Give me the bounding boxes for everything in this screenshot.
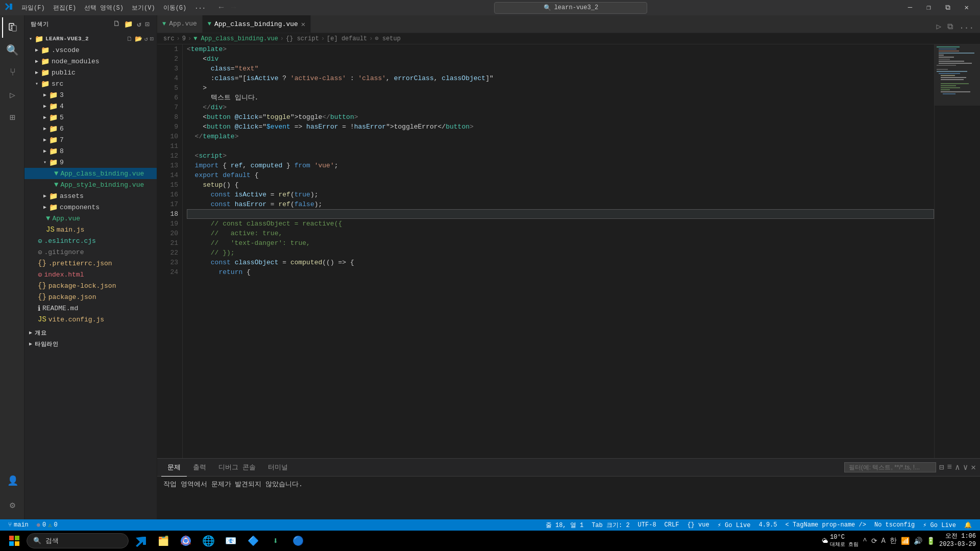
taskbar-clock[interactable]: 오전 1:06 2023-03-29: [939, 533, 976, 548]
menu-selection[interactable]: 선택 영역(S): [80, 4, 128, 12]
tree-item-components[interactable]: ▶ 📁 components: [24, 202, 157, 213]
panel-move-down-button[interactable]: ∨: [963, 462, 968, 472]
taskbar-mail-icon[interactable]: 📧: [220, 531, 241, 551]
activity-icon-run-debug[interactable]: ▷: [2, 85, 22, 105]
tree-item-9[interactable]: ▾ 📁 9: [24, 157, 157, 168]
tab-app-vue[interactable]: ▼ App.vue: [157, 15, 203, 33]
panel-tab-problems[interactable]: 문제: [161, 459, 187, 477]
panel-tab-output[interactable]: 출력: [187, 459, 212, 477]
tree-root-refresh[interactable]: ↺: [144, 35, 148, 43]
status-errors[interactable]: ⊗ 0 ⚠ 0: [33, 519, 62, 531]
tree-item-7[interactable]: ▶ 📁 7: [24, 134, 157, 145]
start-button[interactable]: [4, 531, 24, 551]
split-editor-button[interactable]: ⧉: [945, 21, 955, 33]
tree-item-vscode[interactable]: ▶ 📁 .vscode: [24, 44, 157, 56]
search-input[interactable]: 🔍 learn-vue3_2: [494, 2, 647, 14]
taskbar-misc-icon[interactable]: 🔷: [243, 531, 263, 551]
tree-item-6[interactable]: ▶ 📁 6: [24, 123, 157, 134]
tree-item-src[interactable]: ▾ 📁 src: [24, 78, 157, 89]
breadcrumb-script[interactable]: {} script: [286, 35, 319, 42]
tree-item-app-style-binding[interactable]: ▼ App_style_binding.vue: [24, 179, 157, 190]
panel-tab-terminal[interactable]: 터미널: [262, 459, 294, 477]
status-go-live[interactable]: ⚡ Go Live: [714, 519, 755, 531]
tree-item-8[interactable]: ▶ 📁 8: [24, 145, 157, 157]
tree-item-outline-header[interactable]: ▶ 개요: [24, 327, 157, 338]
status-line-col[interactable]: 줄 18, 열 1: [542, 519, 587, 531]
taskbar-blue-icon[interactable]: 🔵: [288, 531, 308, 551]
status-notifications[interactable]: 🔔: [960, 519, 976, 531]
taskbar-chrome-icon[interactable]: [176, 531, 196, 551]
refresh-button[interactable]: ↺: [136, 19, 142, 30]
menu-edit[interactable]: 편집(E): [49, 4, 81, 12]
panel-filter-icon[interactable]: ⊟: [939, 462, 944, 472]
panel-tab-debug-console[interactable]: 디버그 콘솔: [212, 459, 262, 477]
more-actions-button[interactable]: ...: [957, 21, 976, 32]
status-source-control[interactable]: ⑂ main: [4, 519, 33, 531]
menu-file[interactable]: 파일(F): [17, 4, 49, 12]
breadcrumb-setup[interactable]: ⊙ setup: [375, 35, 401, 42]
tree-item-eslintrc[interactable]: ⊙ .eslintrc.cjs: [24, 235, 157, 246]
menu-go[interactable]: 이동(G): [159, 4, 191, 12]
tree-item-package-json[interactable]: {} package.json: [24, 291, 157, 303]
tree-item-public[interactable]: ▶ 📁 public: [24, 67, 157, 78]
tree-item-package-lock[interactable]: {} package-lock.json: [24, 280, 157, 291]
status-tab-size[interactable]: Tab 크기: 2: [587, 519, 633, 531]
tree-root-new-folder[interactable]: 📂: [135, 35, 142, 43]
taskbar-download-icon[interactable]: ⬇: [265, 531, 286, 551]
tree-item-prettierrc[interactable]: {} .prettierrc.json: [24, 258, 157, 269]
tree-item-5[interactable]: ▶ 📁 5: [24, 112, 157, 123]
tree-item-index-html[interactable]: ⊙ index.html: [24, 269, 157, 280]
tree-item-vite-config[interactable]: JS vite.config.js: [24, 314, 157, 325]
taskbar-weather[interactable]: 🌥 10°C 대체로 흐림: [822, 534, 859, 548]
run-button[interactable]: ▷: [935, 20, 944, 33]
tree-item-timeline-header[interactable]: ▶ 타임라인: [24, 338, 157, 349]
panel-filter-input[interactable]: [844, 462, 936, 472]
tree-item-assets[interactable]: ▶ 📁 assets: [24, 190, 157, 202]
tree-item-gitignore[interactable]: ⊙ .gitignore: [24, 246, 157, 258]
code-content[interactable]: <template> <div class="text" :class="[is…: [183, 44, 934, 458]
tab-app-class-binding[interactable]: ▼ App_class_binding.vue ✕: [203, 15, 311, 33]
menu-view[interactable]: 보기(V): [128, 4, 159, 12]
tree-item-app-vue[interactable]: ▼ App.vue: [24, 213, 157, 224]
taskbar-explorer-icon[interactable]: 🗂️: [153, 531, 174, 551]
tree-item-main-js[interactable]: JS main.js: [24, 224, 157, 235]
close-button[interactable]: ✕: [958, 0, 976, 15]
status-language[interactable]: {} vue: [683, 519, 713, 531]
breadcrumb-default[interactable]: [e] default: [327, 35, 367, 42]
activity-icon-source-control[interactable]: ⑂: [2, 62, 22, 83]
nav-forward-button[interactable]: →: [228, 3, 239, 12]
panel-move-up-button[interactable]: ∧: [955, 462, 960, 472]
tree-item-app-class-binding[interactable]: ▼ App_class_binding.vue: [24, 168, 157, 179]
breadcrumb-9[interactable]: 9: [182, 35, 186, 42]
tree-item-project-root[interactable]: ▾ 📁 LEARN-VUE3_2 🗋 📂 ↺ ⊡: [24, 33, 157, 44]
tree-root-collapse[interactable]: ⊡: [150, 35, 154, 43]
restore-button[interactable]: ❐: [919, 0, 938, 15]
tree-item-4[interactable]: ▶ 📁 4: [24, 101, 157, 112]
activity-icon-extensions[interactable]: ⊞: [2, 107, 22, 128]
menu-more[interactable]: ...: [190, 4, 210, 12]
activity-icon-settings[interactable]: ⚙: [2, 495, 22, 515]
status-encoding[interactable]: UTF-8: [634, 519, 660, 531]
new-folder-button[interactable]: 📁: [123, 19, 134, 30]
split-button[interactable]: ⧉: [938, 0, 958, 15]
activity-icon-explorer[interactable]: [2, 17, 22, 38]
panel-collapse-button[interactable]: ≡: [947, 463, 952, 472]
tree-root-new-file[interactable]: 🗋: [127, 35, 133, 43]
tab-close-button[interactable]: ✕: [301, 20, 305, 29]
taskbar-search[interactable]: 🔍 검색: [27, 533, 129, 548]
collapse-button[interactable]: ⊡: [144, 19, 151, 30]
panel-close-button[interactable]: ✕: [971, 462, 976, 472]
activity-icon-search[interactable]: 🔍: [2, 40, 22, 60]
tree-item-readme[interactable]: ℹ README.md: [24, 303, 157, 314]
new-file-button[interactable]: 🗋: [112, 19, 121, 30]
breadcrumb-src[interactable]: src: [163, 35, 175, 42]
activity-icon-account[interactable]: 👤: [2, 470, 22, 491]
tree-item-node-modules[interactable]: ▶ 📁 node_modules: [24, 56, 157, 67]
breadcrumb-file[interactable]: ▼ App_class_binding.vue: [193, 35, 278, 42]
tree-item-3[interactable]: ▶ 📁 3: [24, 89, 157, 101]
status-no-tsconfig[interactable]: No tsconfig: [870, 519, 919, 531]
taskbar-vscode-icon[interactable]: [131, 531, 151, 551]
taskbar-edge-icon[interactable]: 🌐: [198, 531, 218, 551]
status-version[interactable]: 4.9.5: [754, 519, 781, 531]
status-go-live-2[interactable]: ⚡ Go Live: [919, 519, 960, 531]
